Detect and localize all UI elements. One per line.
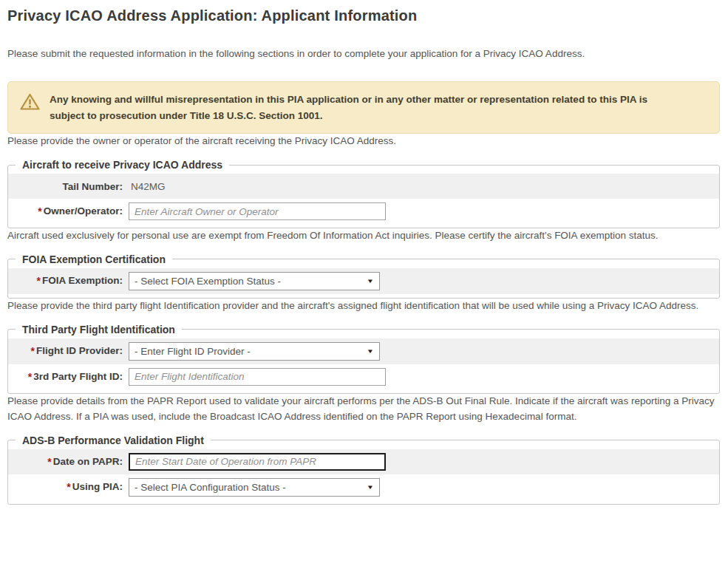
date-on-papr-label: Date on PAPR: bbox=[53, 456, 123, 467]
required-marker: * bbox=[31, 345, 36, 357]
using-pia-row: *Using PIA: - Select PIA Configuration S… bbox=[8, 474, 719, 500]
date-on-papr-label-cell: *Date on PAPR: bbox=[8, 456, 129, 468]
dropdown-arrow-icon: ▼ bbox=[367, 278, 374, 284]
date-on-papr-input[interactable] bbox=[129, 453, 386, 471]
owner-operator-label-cell: *Owner/Operator: bbox=[8, 205, 129, 217]
foia-exemption-selected-value: - Select FOIA Exemption Status - bbox=[135, 276, 281, 287]
foia-exemption-select[interactable]: - Select FOIA Exemption Status - ▼ bbox=[129, 272, 380, 290]
required-marker: * bbox=[47, 456, 52, 468]
third-party-fieldset: Third Party Flight Identification *Fligh… bbox=[7, 324, 720, 394]
tail-number-label-cell: Tail Number: bbox=[8, 181, 129, 192]
third-party-flight-id-input[interactable] bbox=[129, 368, 386, 386]
flight-id-provider-select[interactable]: - Enter Flight ID Provider - ▼ bbox=[129, 342, 380, 361]
dropdown-arrow-icon: ▼ bbox=[367, 484, 374, 491]
aircraft-section-description: Please provide the owner or operator of … bbox=[7, 134, 720, 149]
third-party-flight-id-label: 3rd Party Flight ID: bbox=[33, 371, 123, 382]
flight-id-provider-selected-value: - Enter Flight ID Provider - bbox=[135, 346, 251, 357]
tail-number-row: Tail Number: N42MG bbox=[8, 174, 719, 199]
aircraft-fieldset-legend: Aircraft to receive Privacy ICAO Address bbox=[16, 159, 229, 171]
foia-section-description: Aircraft used exclusively for personal u… bbox=[7, 228, 720, 244]
third-party-fieldset-legend: Third Party Flight Identification bbox=[16, 324, 182, 335]
warning-banner: Any knowing and willful misrepresentatio… bbox=[7, 81, 720, 134]
flight-id-provider-label: Flight ID Provider: bbox=[36, 345, 123, 356]
aircraft-fieldset: Aircraft to receive Privacy ICAO Address… bbox=[7, 159, 720, 228]
warning-text: Any knowing and willful misrepresentatio… bbox=[50, 92, 685, 123]
date-on-papr-row: *Date on PAPR: bbox=[8, 449, 719, 474]
foia-fieldset: FOIA Exemption Certification *FOIA Exemp… bbox=[7, 253, 720, 299]
foia-exemption-label-cell: *FOIA Exemption: bbox=[8, 275, 129, 287]
owner-operator-row: *Owner/Operator: bbox=[8, 199, 719, 224]
using-pia-label-cell: *Using PIA: bbox=[8, 481, 129, 493]
page-title: Privacy ICAO Address Application: Applic… bbox=[7, 7, 720, 24]
required-marker: * bbox=[67, 481, 72, 493]
warning-triangle-icon bbox=[20, 92, 40, 114]
intro-text: Please submit the requested information … bbox=[7, 47, 720, 62]
foia-fieldset-legend: FOIA Exemption Certification bbox=[16, 253, 172, 265]
tail-number-label: Tail Number: bbox=[62, 181, 123, 192]
third-party-section-description: Please provide the third party flight Id… bbox=[7, 299, 720, 314]
required-marker: * bbox=[38, 205, 43, 217]
owner-operator-label: Owner/Operator: bbox=[44, 205, 123, 217]
using-pia-selected-value: - Select PIA Configuration Status - bbox=[135, 482, 286, 493]
flight-id-provider-label-cell: *Flight ID Provider: bbox=[8, 345, 129, 357]
foia-exemption-label: FOIA Exemption: bbox=[42, 275, 123, 286]
required-marker: * bbox=[37, 275, 42, 287]
third-party-flight-id-label-cell: *3rd Party Flight ID: bbox=[8, 371, 129, 383]
adsb-section-description: Please provide details from the PAPR Rep… bbox=[7, 394, 720, 425]
foia-exemption-row: *FOIA Exemption: - Select FOIA Exemption… bbox=[8, 268, 719, 294]
flight-id-provider-row: *Flight ID Provider: - Enter Flight ID P… bbox=[8, 338, 719, 364]
owner-operator-input[interactable] bbox=[129, 202, 386, 220]
tail-number-value: N42MG bbox=[129, 181, 166, 192]
third-party-flight-id-row: *3rd Party Flight ID: bbox=[8, 364, 719, 389]
adsb-fieldset: ADS-B Performance Validation Flight *Dat… bbox=[7, 435, 720, 505]
using-pia-select[interactable]: - Select PIA Configuration Status - ▼ bbox=[129, 478, 380, 497]
application-page: Privacy ICAO Address Application: Applic… bbox=[0, 0, 728, 519]
adsb-fieldset-legend: ADS-B Performance Validation Flight bbox=[16, 435, 211, 446]
dropdown-arrow-icon: ▼ bbox=[367, 348, 374, 355]
using-pia-label: Using PIA: bbox=[72, 481, 123, 492]
